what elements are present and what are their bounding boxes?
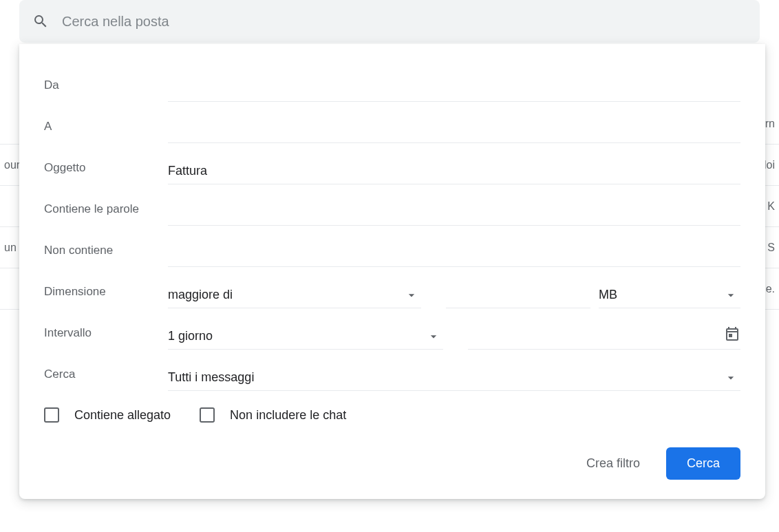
size-unit-value: MB bbox=[599, 288, 617, 302]
from-label: Da bbox=[44, 78, 160, 102]
chevron-down-icon bbox=[724, 371, 738, 385]
advanced-search-panel: Da A Oggetto Contiene le parole Non cont… bbox=[19, 44, 765, 499]
search-in-select[interactable]: Tutti i messaggi bbox=[168, 365, 740, 391]
search-in-value: Tutti i messaggi bbox=[168, 370, 254, 385]
exclude-chats-checkbox[interactable] bbox=[200, 407, 215, 423]
size-value-input[interactable] bbox=[446, 282, 590, 308]
has-attachment-label: Contiene allegato bbox=[74, 408, 171, 423]
size-operator-value: maggiore di bbox=[168, 288, 233, 302]
size-unit-select[interactable]: MB bbox=[599, 282, 740, 308]
create-filter-button[interactable]: Crea filtro bbox=[581, 449, 645, 478]
not-has-label: Non contiene bbox=[44, 244, 160, 267]
has-attachment-checkbox[interactable] bbox=[44, 407, 59, 423]
search-bar[interactable] bbox=[19, 0, 760, 43]
to-label: A bbox=[44, 120, 160, 143]
chevron-down-icon bbox=[405, 288, 418, 302]
chevron-down-icon bbox=[427, 330, 440, 343]
interval-date-input[interactable] bbox=[468, 323, 724, 349]
exclude-chats-label: Non includere le chat bbox=[230, 408, 346, 423]
search-button[interactable]: Cerca bbox=[666, 447, 740, 480]
interval-select[interactable]: 1 giorno bbox=[168, 323, 443, 350]
to-input[interactable] bbox=[168, 117, 740, 142]
calendar-icon[interactable] bbox=[724, 326, 740, 348]
interval-value: 1 giorno bbox=[168, 329, 213, 343]
search-in-label: Cerca bbox=[44, 368, 160, 391]
has-words-label: Contiene le parole bbox=[44, 202, 160, 226]
svg-rect-0 bbox=[729, 334, 732, 337]
search-input[interactable] bbox=[56, 14, 754, 30]
subject-label: Oggetto bbox=[44, 161, 160, 184]
chevron-down-icon bbox=[724, 288, 738, 302]
from-input[interactable] bbox=[168, 76, 740, 101]
search-icon[interactable] bbox=[25, 6, 56, 37]
not-has-input[interactable] bbox=[168, 241, 740, 266]
subject-input[interactable] bbox=[168, 158, 740, 184]
size-operator-select[interactable]: maggiore di bbox=[168, 282, 421, 308]
has-words-input[interactable] bbox=[168, 200, 740, 225]
interval-label: Intervallo bbox=[44, 326, 160, 350]
size-label: Dimensione bbox=[44, 285, 160, 308]
